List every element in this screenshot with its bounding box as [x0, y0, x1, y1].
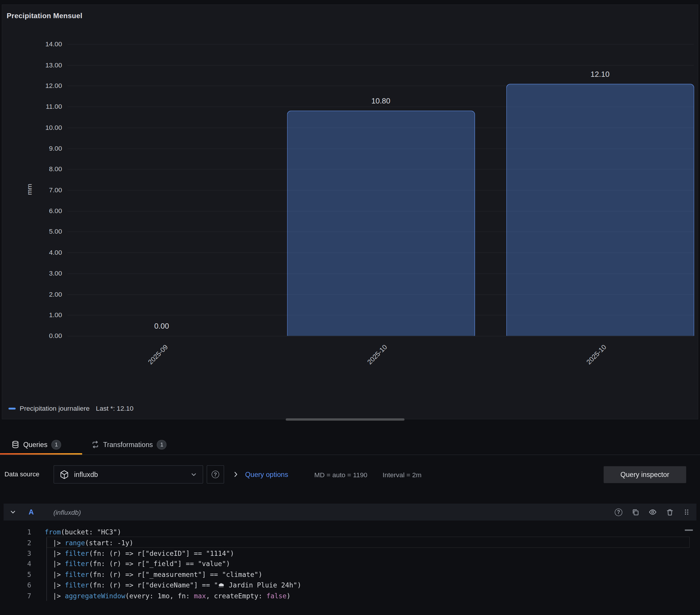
y-tick-label: 12.00	[2, 82, 62, 90]
line-number: 7	[3, 590, 31, 601]
legend-series-color-icon	[9, 408, 15, 409]
tab-queries[interactable]: Queries 1	[0, 434, 82, 455]
y-tick-label: 4.00	[2, 248, 62, 256]
toggle-visibility-icon[interactable]	[649, 508, 657, 516]
code-editor[interactable]: 1234567 from(bucket: "HC3") |> range(sta…	[3, 524, 697, 607]
panel-title[interactable]: Precipitation Mensuel	[7, 12, 83, 20]
query-datasource-hint: (influxdb)	[53, 508, 81, 516]
chart-panel: Precipitation Mensuel mm 0.001.002.003.0…	[2, 4, 698, 419]
query-help-icon[interactable]: ?	[615, 508, 622, 516]
x-tick-label: 2025-10	[567, 343, 608, 383]
tabs-bar: Queries 1 Transformations 1	[0, 434, 700, 455]
y-tick-label: 5.00	[2, 228, 62, 236]
chevron-down-icon	[190, 471, 197, 478]
legend-calc-value: Last *: 12.10	[96, 405, 134, 412]
code-line: |> aggregateWindow(every: 1mo, fn: max, …	[45, 590, 290, 601]
tab-transformations[interactable]: Transformations 1	[87, 434, 167, 455]
transformations-icon	[91, 440, 99, 448]
y-tick-label: 11.00	[2, 103, 62, 111]
legend: Precipitation journaliere Last *: 12.10	[9, 405, 134, 412]
code-line: |> filter(fn: (r) => r["deviceName"] == …	[45, 580, 301, 591]
datasource-help-button[interactable]: ?	[207, 465, 224, 483]
plot-area: 0.0010.8012.10 2025-092025-102025-10	[67, 44, 694, 336]
y-tick-label: 7.00	[2, 186, 62, 194]
query-options-toggle[interactable]: Query options	[245, 471, 288, 478]
influxdb-logo-icon	[59, 470, 69, 479]
code-line: |> filter(fn: (r) => r["_field"] == "val…	[45, 559, 230, 569]
code-line: |> range(start: -1y)	[45, 537, 133, 548]
bar-value-label: 12.10	[569, 70, 632, 79]
y-tick-label: 14.00	[2, 40, 62, 48]
y-axis: 0.001.002.003.004.005.006.007.008.009.00…	[2, 44, 62, 344]
line-number: 6	[3, 580, 31, 591]
tab-queries-label: Queries	[23, 440, 48, 448]
x-tick-label: 2025-10	[348, 343, 388, 383]
drag-handle-icon[interactable]	[683, 509, 690, 516]
legend-series-label[interactable]: Precipitation journaliere	[20, 405, 90, 412]
line-number: 1	[3, 527, 31, 538]
y-tick-label: 9.00	[2, 144, 62, 152]
tabs-divider	[0, 454, 700, 455]
line-number: 3	[3, 548, 31, 559]
help-icon: ?	[212, 471, 219, 478]
query-toolbar: Data source influxdb ? Query options MD …	[0, 465, 700, 484]
y-tick-label: 6.00	[2, 207, 62, 215]
line-number: 2	[3, 537, 31, 548]
line-number: 5	[3, 569, 31, 580]
bar-value-label: 10.80	[349, 97, 412, 106]
code-line: |> filter(fn: (r) => r["deviceID"] == "1…	[45, 548, 234, 559]
duplicate-query-icon[interactable]	[632, 508, 639, 516]
bar[interactable]	[287, 111, 475, 336]
transformations-count-badge: 1	[157, 440, 167, 449]
query-inspector-button[interactable]: Query inspector	[603, 466, 686, 483]
tab-transformations-label: Transformations	[103, 440, 153, 448]
horizontal-scrollbar[interactable]	[286, 418, 404, 421]
y-tick-label: 3.00	[2, 269, 62, 277]
y-tick-label: 0.00	[2, 332, 62, 340]
database-icon	[12, 440, 20, 448]
datasource-label: Data source	[4, 471, 39, 477]
queries-count-badge: 1	[51, 440, 61, 449]
collapse-query-chevron-icon[interactable]	[10, 509, 16, 515]
grafana-panel-editor: Precipitation Mensuel mm 0.001.002.003.0…	[0, 0, 700, 615]
gridline	[67, 65, 694, 66]
y-tick-label: 8.00	[2, 165, 62, 173]
max-data-points-info: MD = auto = 1190	[314, 471, 367, 479]
y-tick-label: 1.00	[2, 311, 62, 319]
bar[interactable]	[506, 84, 694, 336]
query-row-header: A (influxdb) ?	[3, 504, 697, 521]
y-tick-label: 10.00	[2, 124, 62, 131]
code-line: from(bucket: "HC3")	[45, 527, 121, 538]
query-ref-id[interactable]: A	[28, 508, 34, 516]
interval-info: Interval = 2m	[383, 471, 422, 479]
current-line-highlight	[46, 537, 690, 548]
gridline	[67, 44, 694, 45]
datasource-picker[interactable]: influxdb	[54, 465, 203, 483]
chevron-right-icon[interactable]	[233, 471, 239, 478]
overview-ruler-mark	[685, 529, 693, 531]
bar-value-label: 0.00	[130, 322, 193, 331]
delete-query-icon[interactable]	[666, 508, 674, 516]
x-tick-label: 2025-09	[129, 343, 169, 383]
line-number: 4	[3, 559, 31, 569]
gridline	[67, 336, 694, 336]
datasource-selected-value: influxdb	[74, 471, 98, 478]
y-tick-label: 2.00	[2, 290, 62, 298]
y-tick-label: 13.00	[2, 61, 62, 69]
query-actions: ?	[615, 508, 690, 516]
code-line: |> filter(fn: (r) => r["_measurement"] =…	[45, 569, 262, 580]
